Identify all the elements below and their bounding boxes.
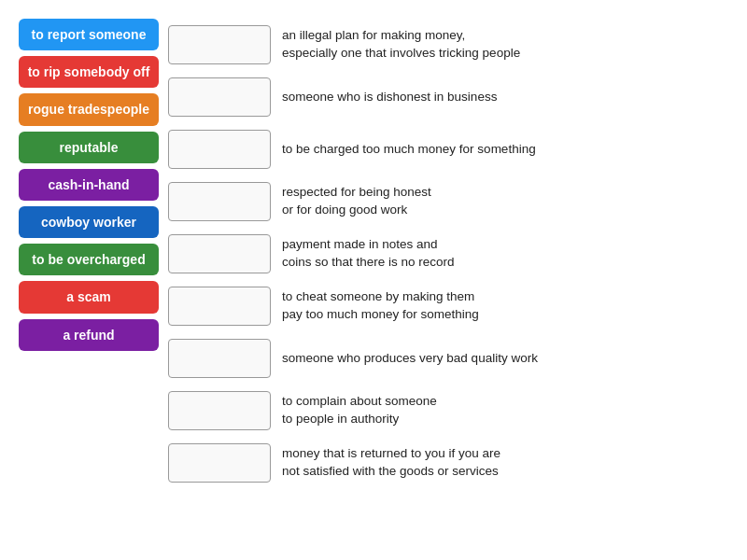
definition-text-d3: to be charged too much money for somethi… <box>282 141 536 159</box>
term-btn-t1[interactable]: to report someone <box>19 19 159 50</box>
drop-box-d5[interactable] <box>168 234 271 273</box>
term-btn-t3[interactable]: rogue tradespeople <box>19 93 159 125</box>
definition-text-d4: respected for being honestor for doing g… <box>282 184 431 219</box>
match-row-d7: someone who produces very bad quality wo… <box>168 332 728 385</box>
match-row-d5: payment made in notes andcoins so that t… <box>168 228 728 280</box>
drop-box-d8[interactable] <box>168 391 271 430</box>
drop-box-d1[interactable] <box>168 25 271 64</box>
definition-text-d2: someone who is dishonest in business <box>282 89 497 106</box>
definition-text-d1: an illegal plan for making money,especia… <box>282 27 520 63</box>
term-btn-t7[interactable]: to be overcharged <box>19 244 159 275</box>
drop-box-d6[interactable] <box>168 287 271 326</box>
match-row-d1: an illegal plan for making money,especia… <box>168 19 728 71</box>
term-btn-t8[interactable]: a scam <box>19 281 159 313</box>
drop-box-d2[interactable] <box>168 77 271 117</box>
drop-box-d4[interactable] <box>168 182 271 221</box>
match-row-d2: someone who is dishonest in business <box>168 71 728 123</box>
term-btn-t6[interactable]: cowboy worker <box>19 206 159 238</box>
drop-box-d3[interactable] <box>168 130 271 169</box>
drop-box-d7[interactable] <box>168 339 271 378</box>
definition-text-d8: to complain about someoneto people in au… <box>282 393 437 428</box>
match-row-d4: respected for being honestor for doing g… <box>168 175 728 228</box>
definition-text-d7: someone who produces very bad quality wo… <box>282 350 538 368</box>
term-btn-t2[interactable]: to rip somebody off <box>19 56 159 88</box>
definition-text-d6: to cheat someone by making thempay too m… <box>282 288 479 324</box>
definition-text-d5: payment made in notes andcoins so that t… <box>282 236 455 272</box>
definition-text-d9: money that is returned to you if you are… <box>282 445 500 481</box>
terms-column: to report someoneto rip somebody offrogu… <box>19 19 159 489</box>
drop-box-d9[interactable] <box>168 443 271 483</box>
term-btn-t5[interactable]: cash-in-hand <box>19 169 159 201</box>
match-row-d9: money that is returned to you if you are… <box>168 437 728 489</box>
term-btn-t4[interactable]: reputable <box>19 132 159 163</box>
match-row-d3: to be charged too much money for somethi… <box>168 123 728 175</box>
match-row-d8: to complain about someoneto people in au… <box>168 385 728 437</box>
definitions-column: an illegal plan for making money,especia… <box>159 19 728 489</box>
match-row-d6: to cheat someone by making thempay too m… <box>168 280 728 332</box>
main-container: to report someoneto rip somebody offrogu… <box>19 19 728 489</box>
term-btn-t9[interactable]: a refund <box>19 319 159 351</box>
